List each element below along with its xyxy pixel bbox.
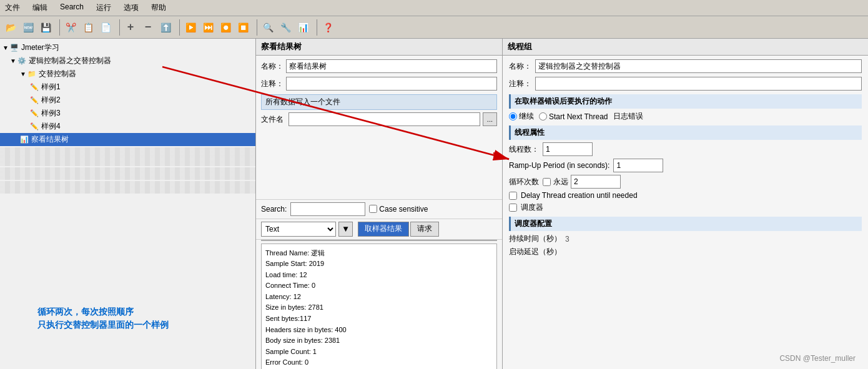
result-item-0[interactable]: ✅ 样例1	[262, 240, 496, 241]
action-continue-label[interactable]: 继续	[509, 111, 534, 122]
blurred-area-3	[0, 181, 255, 194]
comment-input[interactable]	[286, 77, 497, 91]
action-next-thread-label[interactable]: Start Next Thread	[539, 112, 608, 121]
tb-stop[interactable]: ⏹️	[235, 19, 251, 36]
result-tree-icon: 📊	[20, 135, 29, 144]
detail-latency: Latency: 12	[265, 292, 493, 303]
tree-item-sample1[interactable]: ✏️ 样例1	[0, 81, 255, 94]
tree-root[interactable]: ▼ 🖥️ Jmeter学习	[0, 41, 255, 54]
thread-count-input[interactable]	[543, 142, 593, 156]
blurred-area-1	[0, 147, 255, 166]
action-section-title: 在取样器错误后要执行的动作	[509, 94, 862, 109]
action-row: 继续 Start Next Thread 日志错误	[509, 111, 862, 122]
tb-expand[interactable]: ⬆️	[157, 19, 174, 36]
file-label: 文件名	[261, 114, 284, 125]
tb-cut[interactable]: ✂️	[62, 19, 79, 36]
tb-help[interactable]: ❓	[320, 19, 336, 36]
expand-root-icon[interactable]: ▼	[2, 44, 9, 51]
action-continue-radio[interactable]	[509, 112, 517, 121]
tb-open[interactable]: 🆕	[20, 19, 36, 36]
loop-input[interactable]	[571, 175, 621, 189]
action-next-thread-text: Start Next Thread	[549, 112, 608, 121]
menu-options[interactable]: 选项	[121, 1, 141, 14]
tb-search[interactable]: 🔍	[260, 19, 276, 36]
tree-item-result-tree[interactable]: 📊 察看结果树	[0, 133, 255, 146]
sample4-icon: ✏️	[30, 122, 39, 130]
duration-row: 持续时间（秒） 3	[509, 234, 862, 244]
dropdown-arrow[interactable]: ▼	[338, 222, 353, 237]
tb-run-check[interactable]: ⏭️	[200, 19, 216, 36]
result-list: ✅ 样例1 ✅ 样例4 ✅ 样例2 ✅ 样例4	[261, 240, 497, 241]
delay-checkbox[interactable]	[509, 192, 517, 200]
tb-save[interactable]: 💾	[37, 19, 54, 36]
search-row: Search: Case sensitive	[256, 199, 502, 219]
detail-area: Thread Name: 逻辑 Sample Start: 2019 Load …	[261, 244, 497, 370]
duration-value: 3	[565, 235, 570, 244]
scheduler-checkbox[interactable]	[509, 204, 517, 212]
sample2-icon: ✏️	[30, 96, 39, 104]
l2-icon: 📁	[27, 70, 36, 78]
tab-bar: 取样器结果 请求	[358, 222, 439, 237]
tb-new[interactable]: 📂	[2, 19, 19, 36]
tree-item-sample4[interactable]: ✏️ 样例4	[0, 120, 255, 133]
detail-sent-bytes: Sent bytes:117	[265, 313, 493, 325]
ramp-up-label: Ramp-Up Period (in seconds):	[509, 161, 609, 170]
comment-row: 注释：	[261, 77, 497, 91]
tree-item-1[interactable]: ▼ ⚙️ 逻辑控制器之交替控制器	[0, 54, 255, 67]
center-panel-title: 察看结果树	[256, 39, 502, 56]
duration-label: 持续时间（秒）	[509, 234, 561, 244]
tree-l2-label: 交替控制器	[39, 69, 76, 79]
file-browse-btn[interactable]: ...	[483, 112, 497, 126]
case-sensitive-label[interactable]: Case sensitive	[369, 205, 428, 214]
annotation-text: 循环两次，每次按照顺序 只执行交替控制器里面的一个样例	[37, 305, 169, 332]
menu-edit[interactable]: 编辑	[30, 1, 50, 14]
tab-request[interactable]: 请求	[410, 222, 439, 237]
tb-add[interactable]: +	[122, 19, 139, 36]
menu-run[interactable]: 运行	[94, 1, 114, 14]
tree-sample4-label: 样例4	[41, 121, 61, 132]
tb-paste[interactable]: 📄	[97, 19, 114, 36]
tree-item-2[interactable]: ▼ 📁 交替控制器	[0, 67, 255, 81]
search-input[interactable]	[290, 202, 365, 216]
tb-run[interactable]: ▶️	[182, 19, 199, 36]
file-input[interactable]	[289, 112, 480, 126]
loop-row: 循环次数 永远	[509, 175, 862, 189]
name-row: 名称：	[261, 59, 497, 73]
scheduler-checkbox-row: 调度器	[509, 202, 862, 213]
detail-sample-count: Sample Count: 1	[265, 347, 493, 358]
loop-forever-label: 永远	[553, 177, 568, 187]
tab-sampler-result[interactable]: 取样器结果	[358, 222, 409, 237]
tree-l1-label: 逻辑控制器之交替控制器	[29, 56, 111, 66]
action-next-thread-radio[interactable]	[539, 112, 547, 121]
tree-sample2-label: 样例2	[41, 95, 61, 106]
tree-item-sample2[interactable]: ✏️ 样例2	[0, 94, 255, 107]
delay-checkbox-row: Delay Thread creation until needed	[509, 191, 862, 200]
tb-record[interactable]: ⏺️	[217, 19, 234, 36]
menu-help[interactable]: 帮助	[149, 1, 169, 14]
watermark: CSDN @Tester_muller	[779, 354, 856, 363]
annotation-line1: 循环两次，每次按照顺序	[37, 305, 169, 318]
tb-copy[interactable]: 📋	[80, 19, 96, 36]
right-name-input[interactable]	[535, 59, 862, 73]
tree-item-sample3[interactable]: ✏️ 样例3	[0, 107, 255, 120]
name-input[interactable]	[286, 59, 497, 73]
right-comment-input[interactable]	[535, 77, 862, 91]
case-sensitive-checkbox[interactable]	[369, 205, 377, 213]
tb-chart[interactable]: 📊	[295, 19, 311, 36]
expand-l2-icon[interactable]: ▼	[20, 71, 26, 77]
detail-load-time: Load time: 12	[265, 270, 493, 281]
file-section-title: 所有数据写入一个文件	[261, 94, 497, 110]
detail-headers-size: Headers size in bytes: 400	[265, 325, 493, 336]
detail-error-count: Error Count: 0	[265, 357, 493, 368]
tb-remove[interactable]: −	[140, 19, 156, 36]
sample3-icon: ✏️	[30, 109, 39, 117]
ramp-up-input[interactable]	[613, 159, 663, 172]
text-dropdown[interactable]: Text	[261, 222, 336, 237]
menu-search[interactable]: Search	[57, 1, 86, 14]
loop-forever-checkbox[interactable]	[543, 178, 551, 186]
tb-tool1[interactable]: 🔧	[277, 19, 293, 36]
expand-l1-icon[interactable]: ▼	[10, 57, 16, 64]
toolbar: 📂 🆕 💾 ✂️ 📋 📄 + − ⬆️ ▶️ ⏭️ ⏺️ ⏹️ 🔍 🔧 📊 ❓	[0, 16, 868, 39]
menu-file[interactable]: 文件	[2, 1, 22, 14]
right-name-label: 名称：	[509, 61, 531, 72]
